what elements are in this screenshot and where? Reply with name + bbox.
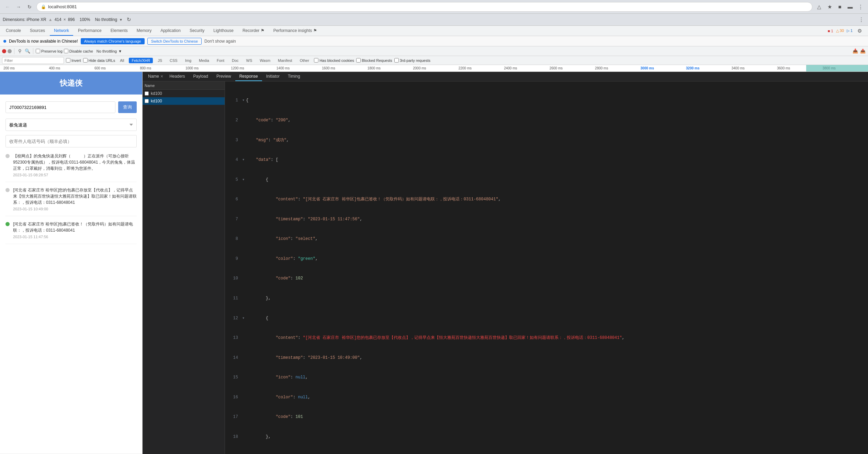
rotate-icon[interactable]: ↻ — [125, 15, 133, 24]
export-icon[interactable]: 📤 — [860, 48, 866, 54]
record-button[interactable] — [2, 49, 6, 53]
network-list-header: Name — [143, 81, 225, 90]
filter-manifest[interactable]: Manifest — [275, 58, 295, 63]
tracking-time-2: 2023-01-15 10:49:00 — [13, 207, 137, 211]
app-body: 查询 极兔速递 【校网点】的免兔快递员刘辉（ ）正在派件（可放心接听952300… — [0, 95, 142, 453]
tab-performance-insights[interactable]: Performance insights ⚑ — [269, 26, 321, 36]
banner-dot — [3, 40, 6, 43]
blocked-cookies-checkbox[interactable]: Has blocked cookies — [314, 58, 354, 63]
blocked-requests-checkbox[interactable]: Blocked Requests — [356, 58, 392, 63]
tracking-item-3: [河北省 石家庄市 裕华区]包裹已签收！（凭取件码）如有问题请电联：，投诉电话：… — [5, 221, 137, 244]
close-name-icon[interactable]: × — [160, 74, 163, 79]
tl-1200: 1200 ms — [231, 66, 276, 70]
network-toolbar: ⚲ 🔍 Preserve log Disable cache No thrott… — [0, 46, 868, 56]
tracking-list: 【校网点】的免兔快递员刘辉（ ）正在派件（可放心接听952300专属热线），投诉… — [5, 153, 137, 244]
query-button[interactable]: 查询 — [118, 101, 137, 113]
tab-sources[interactable]: Sources — [26, 26, 49, 36]
json-line-1: 1▾{ — [225, 97, 868, 104]
more-options-icon[interactable]: ⋮ — [857, 15, 865, 24]
tab-security[interactable]: Security — [185, 26, 208, 36]
forward-button[interactable]: → — [14, 3, 23, 11]
bookmark-icon[interactable]: ★ — [825, 3, 834, 11]
json-line-5: 5▾ { — [225, 177, 868, 183]
tl-3400: 3400 ms — [732, 66, 777, 70]
item-checkbox-1[interactable] — [145, 91, 149, 96]
tracking-content-2: [河北省 石家庄市 裕华区]您的包裹已存放至【代收点】，记得早点来【恒大雅苑百世… — [13, 187, 137, 211]
more-icon[interactable]: ⋮ — [856, 3, 865, 11]
tl-2400: 2400 ms — [504, 66, 549, 70]
filter-other[interactable]: Other — [297, 58, 312, 63]
filter-all[interactable]: All — [117, 58, 127, 63]
tab-network[interactable]: Network — [50, 26, 73, 36]
tracking-content-1: 【校网点】的免兔快递员刘辉（ ）正在派件（可放心接听952300专属热线），投诉… — [13, 153, 137, 177]
network-item-1[interactable]: kd100 — [143, 90, 225, 97]
item-checkbox-2[interactable] — [145, 99, 149, 103]
match-language-button[interactable]: Always match Chrome's language — [81, 38, 145, 44]
search-icon[interactable]: 🔍 — [24, 48, 31, 54]
third-party-checkbox[interactable]: 3rd-party requests — [394, 58, 430, 63]
mobile-preview-panel: 快递侠 查询 极兔速递 【校网点】的免兔快递员刘辉（ ）正在派件（可放心接听95 — [0, 72, 143, 454]
import-icon[interactable]: 📥 — [852, 48, 858, 54]
filter-input[interactable] — [2, 57, 64, 64]
subtab-response[interactable]: Response — [235, 72, 262, 81]
filter-media[interactable]: Media — [196, 58, 212, 63]
tab-lighthouse[interactable]: Lighthouse — [209, 26, 238, 36]
tab-elements[interactable]: Elements — [106, 26, 132, 36]
settings-icon[interactable]: ⚙ — [855, 27, 864, 35]
tracking-text-1: 【校网点】的免兔快递员刘辉（ ）正在派件（可放心接听952300专属热线），投诉… — [13, 153, 137, 171]
json-line-18: 18 }, — [225, 434, 868, 440]
extensions-icon[interactable]: ■ — [836, 3, 844, 11]
profile-icon[interactable]: △ — [815, 3, 823, 11]
json-line-13: 13 "content": "[河北省 石家庄市 裕华区]您的包裹已存放至【代收… — [225, 335, 868, 341]
disable-cache-checkbox[interactable]: Disable cache — [64, 49, 93, 53]
filter-wasm[interactable]: Wasm — [257, 58, 273, 63]
subtab-timing[interactable]: Timing — [284, 72, 304, 81]
courier-select[interactable]: 极兔速递 — [5, 119, 137, 131]
tab-recorder[interactable]: Recorder ⚑ — [238, 26, 269, 36]
subtab-preview[interactable]: Preview — [212, 72, 235, 81]
width-value: 414 — [55, 17, 61, 22]
filter-fetch-xhr[interactable]: Fetch/XHR — [129, 58, 153, 63]
switch-chinese-button[interactable]: Switch DevTools to Chinese — [147, 38, 202, 45]
filter-img[interactable]: Img — [182, 58, 194, 63]
tracking-input-row: 查询 — [5, 101, 137, 113]
phone-input[interactable] — [5, 135, 137, 147]
invert-checkbox[interactable]: Invert — [66, 58, 81, 63]
reload-button[interactable]: ↻ — [25, 3, 34, 11]
filter-icon[interactable]: ⚲ — [17, 48, 23, 54]
tab-application[interactable]: Application — [156, 26, 185, 36]
chevron-down-icon: ▼ — [119, 18, 123, 22]
app-title: 快递侠 — [60, 79, 82, 87]
puzzle-icon[interactable]: ▬ — [846, 3, 854, 11]
filter-doc[interactable]: Doc — [229, 58, 241, 63]
network-item-2[interactable]: kd100 — [143, 97, 225, 105]
filter-css[interactable]: CSS — [167, 58, 180, 63]
filter-ws[interactable]: WS — [244, 58, 255, 63]
subtab-headers[interactable]: Headers — [165, 72, 189, 81]
no-throttling-select[interactable]: No throttling ▼ — [94, 48, 124, 54]
subtab-payload[interactable]: Payload — [189, 72, 212, 81]
hide-data-urls-checkbox[interactable]: Hide data URLs — [83, 58, 115, 63]
json-viewer[interactable]: 1▾{ 2 "code": "200", 3 "msg": "成功", 4▾ "… — [225, 81, 868, 454]
json-line-2: 2 "code": "200", — [225, 117, 868, 124]
filter-font[interactable]: Font — [214, 58, 227, 63]
filter-js[interactable]: JS — [155, 58, 165, 63]
address-bar[interactable]: 🔒 localhost:8081 — [36, 2, 812, 12]
preserve-log-checkbox[interactable]: Preserve log — [36, 49, 63, 53]
subtab-name[interactable]: Name × — [144, 72, 165, 81]
tab-memory[interactable]: Memory — [133, 26, 156, 36]
dismiss-button[interactable]: Don't show again — [204, 39, 236, 44]
info-count: ▷ 1 — [847, 29, 853, 33]
tl-600: 600 ms — [94, 66, 140, 70]
app-header: 快递侠 — [0, 72, 142, 95]
tl-2600: 2600 ms — [550, 66, 595, 70]
subtab-initiator[interactable]: Initiator — [262, 72, 284, 81]
timeline-labels: 200 ms 400 ms 600 ms 800 ms 1000 ms 1200… — [0, 66, 868, 70]
tracking-number-input[interactable] — [5, 101, 115, 113]
back-button[interactable]: ← — [3, 3, 12, 11]
tl-2000: 2000 ms — [413, 66, 458, 70]
clear-button[interactable] — [8, 49, 12, 53]
tab-performance[interactable]: Performance — [74, 26, 106, 36]
tl-1400: 1400 ms — [277, 66, 322, 70]
tab-console[interactable]: Console — [2, 26, 25, 36]
